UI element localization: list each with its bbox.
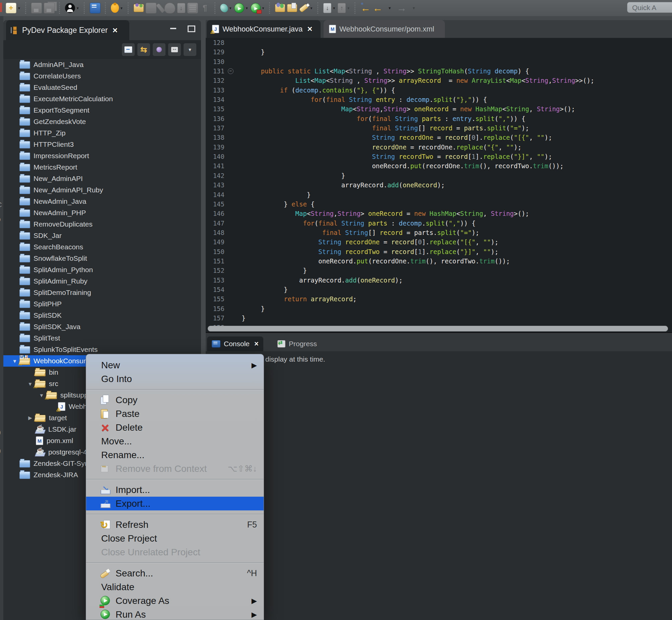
open-resources-button[interactable] <box>134 1 144 15</box>
clipboard-folder-button[interactable] <box>287 1 297 15</box>
clipboard-folder-icon <box>287 4 297 12</box>
menu-item-new[interactable]: New▶ <box>86 358 264 372</box>
tree-item-impressionreport[interactable]: ImpressionReport <box>3 150 201 161</box>
menu-item-import[interactable]: Import... <box>86 483 264 497</box>
annotation-marker-dropdown-icon[interactable]: ▼ <box>310 6 313 10</box>
tree-item-removeduplicates[interactable]: RemoveDuplicates <box>3 218 201 230</box>
tree-item-sdk-jar[interactable]: SDK_Jar <box>3 230 201 241</box>
new-wizard-button[interactable]: ▼ <box>6 1 21 15</box>
user-profile-button[interactable]: ▼ <box>65 1 79 15</box>
menu-item-refresh[interactable]: RefreshF5 <box>86 518 264 531</box>
menu-item-delete[interactable]: Delete <box>86 421 264 434</box>
editor-tab-pom-xml[interactable]: M WebhookConsumer/pom.xml <box>324 20 445 38</box>
menu-item-move[interactable]: Move... <box>86 434 264 448</box>
menu-item-search[interactable]: Search...^H <box>86 566 264 580</box>
code-line: 136 for(final String parts : entry.split… <box>206 114 672 123</box>
main-toolbar: ▼▼▼▼▼▼▼▼▼ <box>0 0 672 16</box>
link-with-editor-button[interactable]: ⇆ <box>137 43 150 56</box>
debug-button[interactable]: ▼ <box>220 1 232 15</box>
profile-button[interactable]: ▼ <box>250 1 265 15</box>
line-number: 131 <box>206 66 224 76</box>
new-wizard-dropdown-icon[interactable]: ▼ <box>17 6 21 10</box>
back-history-button[interactable] <box>360 1 371 15</box>
run-dropdown-icon[interactable]: ▼ <box>245 6 248 10</box>
minimize-view-button[interactable] <box>169 25 177 32</box>
back-menu-button[interactable] <box>385 1 395 15</box>
tree-item-evaluateseed[interactable]: EvaluateSeed <box>3 82 201 93</box>
tree-item-splitdemotraining[interactable]: SplitDemoTraining <box>3 287 201 298</box>
split-tool-dropdown-icon[interactable]: ▼ <box>120 6 123 10</box>
pull-down-button[interactable]: ▼ <box>323 1 336 15</box>
tree-item-newadmin-java[interactable]: NewAdmin_Java <box>3 196 201 207</box>
package-filters-icon <box>157 47 162 52</box>
tree-item-splitadmin-ruby[interactable]: SplitAdmin_Ruby <box>3 275 201 287</box>
menu-item-rename[interactable]: Rename... <box>86 448 264 462</box>
code-viewport[interactable]: 128129 }130131 public static List<Map<St… <box>206 38 672 332</box>
tree-item-label: HTTP_Zip <box>34 129 66 137</box>
pull-down-dropdown-icon[interactable]: ▼ <box>332 6 336 10</box>
pull-down-icon <box>323 3 331 13</box>
run-button[interactable]: ▼ <box>234 1 248 15</box>
menu-item-close-project[interactable]: Close Project <box>86 531 264 545</box>
menu-item-run-as[interactable]: ▶Run As▶ <box>86 608 264 620</box>
menu-item-go-into[interactable]: Go Into <box>86 372 264 386</box>
tab-console[interactable]: Console × <box>207 337 263 351</box>
tree-item-metricsreport[interactable]: MetricsReport <box>3 161 201 173</box>
tree-item-label: src <box>49 380 58 388</box>
collapse-all-button[interactable] <box>122 43 135 56</box>
tree-item-splitsdk-java[interactable]: SplitSDK_Java <box>3 321 201 332</box>
menu-item-label: Close Project <box>101 533 157 544</box>
push-up-dropdown-icon[interactable]: ▼ <box>347 6 350 10</box>
tab-progress[interactable]: Progress <box>273 337 322 351</box>
layout-presentation-button[interactable] <box>168 43 181 56</box>
user-profile-dropdown-icon[interactable]: ▼ <box>76 6 79 10</box>
tree-item-exporttosegment[interactable]: ExportToSegment <box>3 105 201 116</box>
profile-dropdown-icon[interactable]: ▼ <box>262 6 265 10</box>
tree-item-label: SplitSDK <box>34 311 62 319</box>
close-view-icon[interactable]: × <box>113 25 118 36</box>
menu-item-validate[interactable]: Validate <box>86 580 264 594</box>
tree-item-adminapi-java[interactable]: AdminAPI_Java <box>3 59 201 70</box>
tree-item-http-zip[interactable]: HTTP_Zip <box>3 127 201 139</box>
tree-item-splitphp[interactable]: SplitPHP <box>3 298 201 310</box>
chevron-right-icon[interactable]: ▶ <box>25 415 35 421</box>
close-editor-tab-icon[interactable]: × <box>307 24 312 34</box>
coverage-icon: ▶ <box>100 596 111 606</box>
horizontal-scrollbar[interactable] <box>208 326 668 331</box>
tree-item-splunktosplitevents[interactable]: SplunkToSplitEvents <box>3 344 201 355</box>
package-filters-button[interactable] <box>153 43 166 56</box>
split-tool-button[interactable]: ▼ <box>111 1 123 15</box>
menu-item-export[interactable]: Export... <box>86 497 264 510</box>
tree-item-newadmin-php[interactable]: NewAdmin_PHP <box>3 207 201 218</box>
tree-item-httpclient3[interactable]: HTTPClient3 <box>3 139 201 150</box>
coverage-folder-button[interactable] <box>275 1 285 15</box>
left-view-rail: Co00 <box>0 16 3 620</box>
tree-item-splitsdk[interactable]: SplitSDK <box>3 310 201 321</box>
tree-item-new-adminapi[interactable]: New_AdminAPI <box>3 173 201 184</box>
menu-item-coverage-as[interactable]: ▶Coverage As▶ <box>86 594 264 608</box>
tree-item-splittest[interactable]: SplitTest <box>3 332 201 344</box>
tree-item-searchbeacons[interactable]: SearchBeacons <box>3 241 201 253</box>
tree-item-executemetriccalculation[interactable]: ExecuteMetricCalculation <box>3 93 201 105</box>
annotation-marker-button[interactable]: ▼ <box>299 1 313 15</box>
menu-item-copy[interactable]: Copy <box>86 393 264 407</box>
back-button[interactable] <box>373 1 383 15</box>
quick-access-box[interactable]: Quick A <box>627 2 672 13</box>
debug-dropdown-icon[interactable]: ▼ <box>229 6 232 10</box>
project-folder-icon <box>19 153 30 160</box>
tab-pydev-package-explorer[interactable]: PyDev Package Explorer × <box>6 20 129 40</box>
fold-column <box>224 190 238 199</box>
project-folder-icon <box>19 471 30 479</box>
menu-item-label: Import... <box>116 484 150 495</box>
view-menu-button[interactable]: ▼ <box>183 43 196 56</box>
close-console-icon[interactable]: × <box>254 340 259 348</box>
tree-item-getzendeskvote[interactable]: GetZendeskVote <box>3 116 201 127</box>
tree-item-splitadmin-python[interactable]: SplitAdmin_Python <box>3 264 201 275</box>
tree-item-correlateusers[interactable]: CorrelateUsers <box>3 70 201 82</box>
maximize-view-button[interactable] <box>187 25 195 32</box>
tree-item-new-adminapi-ruby[interactable]: New_AdminAPI_Ruby <box>3 184 201 196</box>
tree-item-snowflaketosplit[interactable]: SnowflakeToSplit <box>3 253 201 264</box>
remote-console-button[interactable] <box>90 1 101 15</box>
editor-tab-webhookconsumer-java[interactable]: J⚠ WebhookConsumer.java × <box>207 20 321 38</box>
menu-item-paste[interactable]: Paste <box>86 407 264 421</box>
